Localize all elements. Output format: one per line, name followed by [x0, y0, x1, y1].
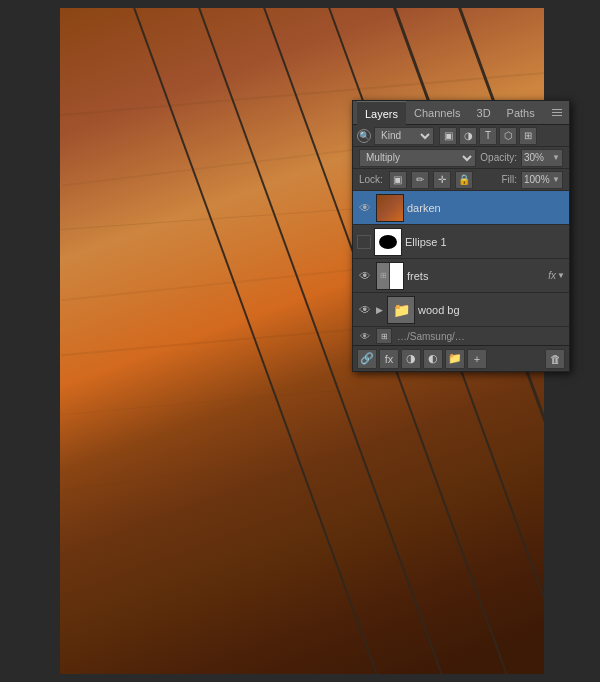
link-layers-btn[interactable]: 🔗 — [357, 349, 377, 369]
layers-panel: Layers Channels 3D Paths 🔍 Kind Name Eff… — [352, 100, 570, 372]
layer-row-ellipse[interactable]: Ellipse 1 — [353, 225, 569, 259]
lock-transparent-btn[interactable]: ▣ — [389, 171, 407, 189]
layer-name-frets: frets — [407, 270, 545, 282]
panel-tabs: Layers Channels 3D Paths — [353, 101, 569, 125]
eye-icon-frets[interactable]: 👁 — [357, 268, 373, 284]
add-mask-btn[interactable]: ◑ — [401, 349, 421, 369]
layer-name-darken: darken — [407, 202, 565, 214]
blend-mode-row: Multiply Normal Screen Overlay Darken Op… — [353, 147, 569, 169]
layer-thumbnail-frets: ⊞ — [376, 262, 404, 290]
delete-layer-btn[interactable]: 🗑 — [545, 349, 565, 369]
layer-name-ellipse: Ellipse 1 — [405, 236, 565, 248]
layer-fx-frets[interactable]: fx ▼ — [548, 270, 565, 281]
new-group-btn[interactable]: 📁 — [445, 349, 465, 369]
layer-thumbnail-ellipse — [374, 228, 402, 256]
panel-menu-icon[interactable] — [549, 105, 565, 121]
fill-number: 100% — [524, 174, 550, 185]
layer-row-frets[interactable]: 👁 ⊞ frets fx ▼ — [353, 259, 569, 293]
filter-pixel-btn[interactable]: ▣ — [439, 127, 457, 145]
lock-move-btn[interactable]: ✛ — [433, 171, 451, 189]
visibility-check-ellipse[interactable] — [357, 235, 371, 249]
filter-smart-btn[interactable]: ⊞ — [519, 127, 537, 145]
tab-channels[interactable]: Channels — [406, 101, 468, 125]
layer-row-partial: 👁 ⊞ …/Samsung/… — [353, 327, 569, 345]
lock-all-btn[interactable]: 🔒 — [455, 171, 473, 189]
panel-bottom-toolbar: 🔗 fx ◑ ◐ 📁 + 🗑 — [353, 345, 569, 371]
filter-row: 🔍 Kind Name Effect ▣ ◑ T ⬡ ⊞ — [353, 125, 569, 147]
eye-icon-woodbg[interactable]: 👁 — [357, 302, 373, 318]
fx-arrow: ▼ — [557, 271, 565, 280]
filter-adjustment-btn[interactable]: ◑ — [459, 127, 477, 145]
layer-name-partial: …/Samsung/… — [397, 331, 465, 342]
filter-type-buttons: ▣ ◑ T ⬡ ⊞ — [439, 127, 537, 145]
filter-kind-select[interactable]: Kind Name Effect — [374, 127, 434, 145]
filter-search-icon: 🔍 — [357, 129, 371, 143]
thumb-partial: ⊞ — [376, 328, 392, 344]
group-expand-arrow[interactable]: ▶ — [376, 305, 383, 315]
layer-name-woodbg: wood bg — [418, 304, 565, 316]
tab-layers[interactable]: Layers — [357, 101, 406, 125]
layer-row-woodbg[interactable]: 👁 ▶ 📁 wood bg — [353, 293, 569, 327]
opacity-chevron: ▼ — [552, 153, 560, 162]
new-fill-btn[interactable]: ◐ — [423, 349, 443, 369]
eye-icon-partial: 👁 — [357, 328, 373, 344]
tab-paths[interactable]: Paths — [499, 101, 543, 125]
layer-row-darken[interactable]: 👁 darken — [353, 191, 569, 225]
fx-label: fx — [548, 270, 556, 281]
opacity-number: 30% — [524, 152, 544, 163]
lock-label: Lock: — [359, 174, 383, 185]
blend-mode-select[interactable]: Multiply Normal Screen Overlay Darken — [359, 149, 476, 167]
layer-thumbnail-woodbg: 📁 — [387, 296, 415, 324]
layer-fx-btn[interactable]: fx — [379, 349, 399, 369]
fill-label: Fill: — [501, 174, 517, 185]
filter-type-btn[interactable]: T — [479, 127, 497, 145]
opacity-value[interactable]: 30% ▼ — [521, 149, 563, 167]
layer-thumbnail-darken — [376, 194, 404, 222]
new-layer-btn[interactable]: + — [467, 349, 487, 369]
fill-chevron: ▼ — [552, 175, 560, 184]
lock-row: Lock: ▣ ✏ ✛ 🔒 Fill: 100% ▼ — [353, 169, 569, 191]
opacity-label: Opacity: — [480, 152, 517, 163]
tab-3d[interactable]: 3D — [469, 101, 499, 125]
lock-paint-btn[interactable]: ✏ — [411, 171, 429, 189]
fill-value[interactable]: 100% ▼ — [521, 171, 563, 189]
eye-icon-darken[interactable]: 👁 — [357, 200, 373, 216]
filter-shape-btn[interactable]: ⬡ — [499, 127, 517, 145]
